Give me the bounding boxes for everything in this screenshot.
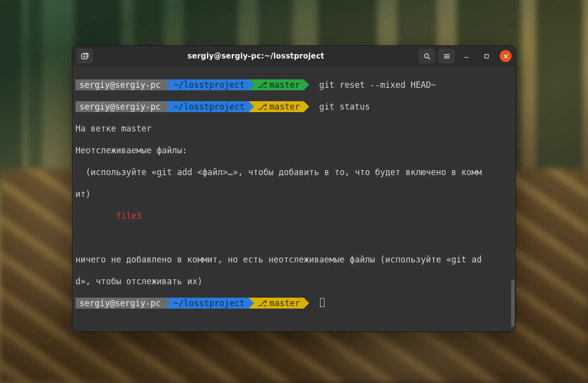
- prompt-branch: ⎇master: [249, 79, 304, 90]
- prompt-path: ~/losstproject: [165, 79, 249, 90]
- output-line: Неотслеживаемые файлы:: [75, 145, 512, 156]
- scrollbar-thumb[interactable]: [511, 280, 515, 327]
- new-tab-button[interactable]: [76, 49, 93, 64]
- titlebar[interactable]: sergiy@sergiy-pc:~/losstproject: [72, 46, 516, 66]
- search-button[interactable]: [418, 49, 435, 64]
- prompt-path: ~/losstproject: [165, 101, 249, 112]
- close-icon: [503, 54, 509, 59]
- close-button[interactable]: [500, 50, 512, 62]
- output-line: (используйте «git add <файл>…», чтобы до…: [75, 167, 512, 178]
- maximize-icon: [483, 53, 490, 60]
- prompt-userhost: sergiy@sergiy-pc: [75, 298, 165, 309]
- output-line: ит): [75, 189, 512, 199]
- command-text: git status: [304, 102, 370, 112]
- prompt-userhost: sergiy@sergiy-pc: [75, 101, 165, 112]
- hamburger-icon: [443, 53, 451, 60]
- prompt-branch: ⎇master: [249, 298, 304, 309]
- menu-button[interactable]: [438, 49, 455, 64]
- output-line: [75, 232, 512, 243]
- window-title: sergiy@sergiy-pc:~/losstproject: [96, 52, 415, 61]
- prompt-branch: ⎇master: [249, 101, 304, 112]
- output-line: d», чтобы отслеживать их): [75, 276, 512, 287]
- untracked-file: file3: [75, 210, 512, 221]
- desktop-wallpaper: sergiy@sergiy-pc:~/losstproject: [0, 0, 588, 383]
- maximize-button[interactable]: [478, 49, 495, 64]
- terminal-viewport[interactable]: sergiy@sergiy-pc~/losstproject⎇master gi…: [72, 66, 516, 331]
- svg-line-2: [428, 57, 429, 59]
- terminal-text[interactable]: sergiy@sergiy-pc~/losstproject⎇master gi…: [72, 66, 512, 331]
- prompt-userhost: sergiy@sergiy-pc: [75, 79, 165, 90]
- cursor: [320, 298, 325, 307]
- prompt-path: ~/losstproject: [165, 298, 249, 309]
- output-line: На ветке master: [75, 123, 512, 134]
- svg-rect-4: [484, 54, 488, 58]
- terminal-window: sergiy@sergiy-pc:~/losstproject: [72, 46, 516, 331]
- minimize-button[interactable]: [458, 49, 475, 64]
- command-text: git reset --mixed HEAD~: [304, 80, 436, 90]
- search-icon: [423, 53, 431, 60]
- new-tab-icon: [81, 52, 89, 60]
- output-line: ничего не добавлено в коммит, но есть не…: [75, 254, 512, 265]
- minimize-icon: [463, 53, 470, 60]
